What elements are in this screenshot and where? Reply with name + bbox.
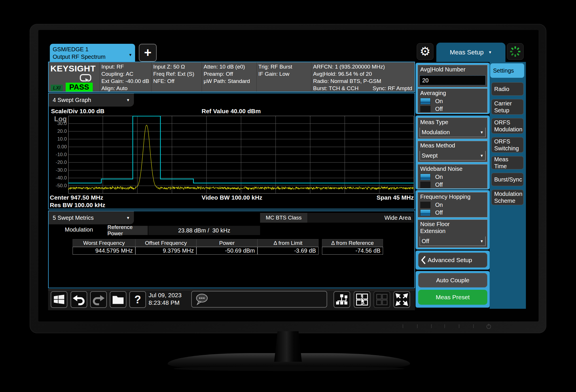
- mc-bts-class-value[interactable]: Wide Area: [307, 213, 414, 223]
- measurement-tab-mode: GSM/EDGE 1: [53, 46, 132, 53]
- undo-button[interactable]: [71, 291, 87, 308]
- menu-tab-modulation-scheme[interactable]: Modulation Scheme: [491, 190, 524, 205]
- radio-selected-icon: [420, 98, 431, 105]
- fullscreen-icon: [395, 293, 408, 306]
- advanced-setup-button[interactable]: Advanced Setup: [418, 253, 487, 268]
- table-cell-worst-frequency: 944.5795 MHz: [73, 247, 135, 255]
- control-meas-method[interactable]: Meas Method Swept ▼: [418, 141, 488, 162]
- meas-setup-menu-tab[interactable]: Meas Setup ▼: [436, 43, 505, 62]
- fullscreen-button[interactable]: [393, 291, 410, 308]
- table-header-worst-frequency: Worst Frequency: [73, 239, 135, 247]
- radio-selected-icon: [420, 174, 431, 180]
- menu-tab-orfs-modulation[interactable]: ORFS Modulation: [491, 118, 524, 134]
- system-settings-button[interactable]: ⚙: [417, 43, 433, 60]
- control-frequency-hopping[interactable]: Frequency Hopping On Off: [418, 192, 488, 217]
- pass-badge: PASS: [66, 83, 93, 92]
- time-label: 8:23:48 PM: [149, 299, 181, 306]
- monitor-stand-neck: [274, 331, 302, 362]
- help-icon: ?: [134, 293, 141, 306]
- y-tick-label: -20.0: [56, 160, 67, 165]
- undo-icon: [72, 293, 86, 306]
- chevron-down-icon: ▼: [480, 239, 484, 243]
- measurement-tab[interactable]: GSM/EDGE 1 Output RF Spectrum ▼: [50, 44, 135, 62]
- control-avg-hold-number[interactable]: Avg|Hold Number: [418, 65, 488, 87]
- y-tick-label: 0.00: [57, 144, 67, 150]
- radio-unselected-icon: [420, 106, 431, 112]
- center-freq-label: Center 947.50 MHz: [50, 194, 103, 201]
- ref-value-label: Ref Value 40.00 dBm: [202, 108, 261, 115]
- power-icon[interactable]: [486, 323, 492, 329]
- menu-tab-meas-time[interactable]: Meas Time: [491, 156, 524, 169]
- file-button[interactable]: [110, 291, 126, 308]
- menu-tab-radio[interactable]: Radio: [491, 82, 524, 96]
- sync-status: Sync: RF Amptd: [373, 85, 412, 92]
- bezel-button[interactable]: [444, 324, 445, 328]
- metrics-view-selector[interactable]: 5 Swept Metrics ▼: [49, 211, 134, 224]
- layout-tree-button[interactable]: [334, 291, 350, 308]
- menu-tab-burst-sync[interactable]: Burst/Sync: [491, 173, 524, 186]
- y-tick-label: 10.0: [57, 136, 67, 142]
- averaging-on-option[interactable]: On: [418, 97, 487, 105]
- control-meas-type[interactable]: Meas Type Modulation ▼: [418, 118, 488, 139]
- y-axis-labels: 30.020.010.00.00-10.0-20.0-30.0-40.0-50.…: [49, 116, 67, 194]
- avg-hold-input[interactable]: [420, 75, 486, 85]
- spectrum-plot[interactable]: [68, 116, 414, 194]
- graph-view-selector[interactable]: 4 Swept Graph ▼: [49, 93, 134, 107]
- table-cell-offset-frequency: 9.3795 MHz: [135, 247, 196, 255]
- frequency-hopping-on-option[interactable]: On: [418, 201, 487, 209]
- control-noise-floor-extension[interactable]: Noise Floor Extension Off ▼: [418, 219, 488, 248]
- status-column-impedance: Input Z: 50 ΩFreq Ref: Ext (S) NFE: Off: [153, 63, 194, 85]
- video-bw-label: Video BW 100.00 kHz: [202, 194, 262, 201]
- message-bar[interactable]: [191, 291, 327, 308]
- menu-tab-orfs-switching[interactable]: ORFS Switching: [491, 137, 524, 153]
- wideband-noise-off-option[interactable]: Off: [418, 181, 487, 189]
- menu-tab-settings[interactable]: Settings: [490, 63, 524, 78]
- res-bw-label: Res BW 100.00 kHz: [50, 202, 105, 209]
- meas-type-value: Modulation: [422, 129, 450, 136]
- continuous-sweep-icon: [79, 74, 92, 82]
- help-button[interactable]: ?: [129, 291, 146, 308]
- bezel-button[interactable]: [459, 324, 459, 328]
- y-tick-label: 30.0: [57, 121, 67, 126]
- add-measurement-button[interactable]: +: [139, 44, 157, 62]
- auto-couple-button[interactable]: Auto Couple: [418, 273, 487, 287]
- monitor-stand-rim: [173, 366, 404, 371]
- bezel-button[interactable]: [473, 324, 474, 328]
- chevron-down-icon: ▼: [480, 154, 484, 158]
- meas-preset-button[interactable]: Meas Preset: [418, 290, 487, 305]
- grid-layout-button[interactable]: [374, 291, 390, 308]
- control-wideband-noise[interactable]: Wideband Noise On Off: [418, 164, 488, 189]
- table-header-offset-frequency: Offset Frequency: [135, 239, 196, 247]
- bezel-button[interactable]: [417, 324, 418, 328]
- divider: [99, 62, 100, 92]
- status-column-trigger: Trig: RF BurstIF Gain: Low: [258, 63, 292, 77]
- folder-icon: [111, 294, 125, 305]
- reference-power-label: Reference Power: [107, 226, 148, 235]
- windows-icon: [52, 293, 66, 306]
- modulation-row-label: Modulation: [65, 226, 93, 233]
- control-averaging[interactable]: Averaging On Off: [418, 88, 488, 113]
- windows-button[interactable]: [51, 291, 67, 308]
- keysight-logo: KEYSIGHT: [50, 64, 96, 73]
- bezel-button[interactable]: [431, 324, 432, 328]
- frequency-hopping-off-option[interactable]: Off: [418, 209, 487, 217]
- busy-indicator-button[interactable]: [507, 43, 524, 60]
- y-tick-label: -10.0: [56, 152, 67, 158]
- y-tick-label: 20.0: [57, 128, 67, 134]
- window-select-icon: [355, 293, 369, 306]
- averaging-off-option[interactable]: Off: [418, 105, 487, 113]
- status-column-atten: Atten: 10 dB (e0)Preamp: Off µW Path: St…: [204, 63, 250, 85]
- chat-bubble-icon: [195, 293, 210, 306]
- window-select-button[interactable]: [354, 291, 370, 308]
- noise-floor-extension-value: Off: [422, 238, 429, 245]
- bezel-button[interactable]: [403, 324, 403, 328]
- y-tick-label: -50.0: [56, 183, 67, 189]
- datetime[interactable]: Jul 09, 2023 8:23:48 PM: [149, 291, 181, 306]
- span-label: Span 45 MHz: [372, 194, 414, 201]
- layout-tree-icon: [335, 293, 348, 306]
- y-tick-label: -40.0: [56, 175, 67, 181]
- wideband-noise-on-option[interactable]: On: [418, 173, 487, 181]
- menu-tab-carrier-setup[interactable]: Carrier Setup: [491, 99, 524, 115]
- chevron-down-icon: ▼: [128, 51, 132, 59]
- redo-button[interactable]: [90, 291, 107, 308]
